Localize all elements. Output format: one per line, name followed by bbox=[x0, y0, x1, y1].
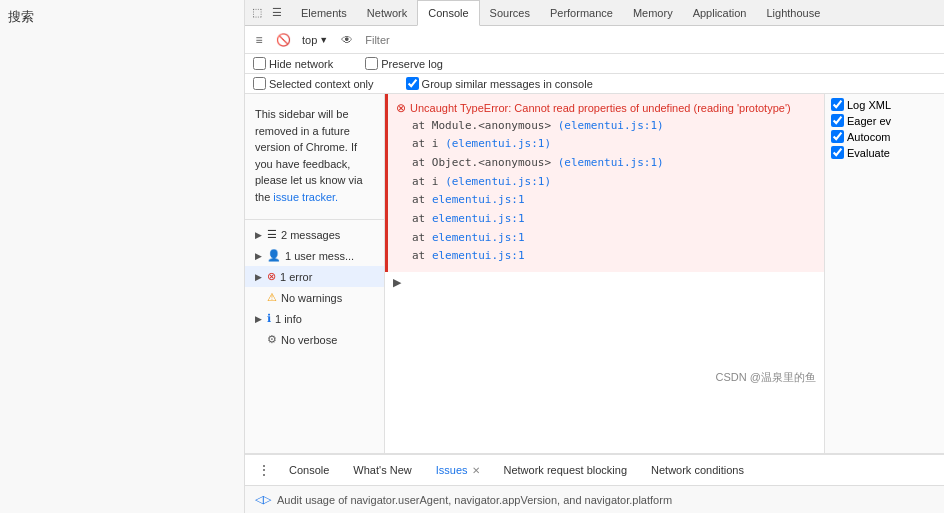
info-label: 1 info bbox=[275, 313, 302, 325]
sidebar-info-content: This sidebar will be removed in a future… bbox=[255, 108, 363, 203]
tab-elements[interactable]: Elements bbox=[291, 0, 357, 26]
evaluate-checkbox[interactable] bbox=[831, 146, 844, 159]
group-similar-checkbox[interactable] bbox=[406, 77, 419, 90]
autocom-label: Autocom bbox=[847, 131, 890, 143]
preserve-log-label: Preserve log bbox=[381, 58, 443, 70]
bottom-tab-issues[interactable]: Issues ✕ bbox=[426, 455, 490, 487]
hide-network-label: Hide network bbox=[269, 58, 333, 70]
sidebar-toggle-btn[interactable]: ≡ bbox=[249, 30, 269, 50]
autocom-checkbox[interactable] bbox=[831, 130, 844, 143]
stack-line-7: at elementui.js:1 bbox=[412, 229, 816, 248]
tab-memory[interactable]: Memory bbox=[623, 0, 683, 26]
evaluate-filter[interactable]: Evaluate bbox=[831, 146, 938, 159]
bottom-tab-network-blocking[interactable]: Network request blocking bbox=[494, 455, 638, 487]
sidebar-item-errors[interactable]: ▶ ⊗ 1 error bbox=[245, 266, 384, 287]
sidebar-item-warnings[interactable]: ▶ ⚠ No warnings bbox=[245, 287, 384, 308]
issues-tab-close[interactable]: ✕ bbox=[472, 465, 480, 476]
issue-tracker-link[interactable]: issue tracker. bbox=[273, 191, 338, 203]
info-icon-sidebar: ℹ bbox=[267, 312, 271, 325]
preserve-log-checkbox[interactable] bbox=[365, 57, 378, 70]
console-body: This sidebar will be removed in a future… bbox=[245, 94, 944, 453]
stack-link-8[interactable]: elementui.js:1 bbox=[432, 249, 525, 262]
tab-performance[interactable]: Performance bbox=[540, 0, 623, 26]
expand-errors-icon: ▶ bbox=[253, 272, 263, 282]
expand-info-icon: ▶ bbox=[253, 314, 263, 324]
filter-input[interactable] bbox=[361, 30, 940, 50]
device-icon[interactable]: ☰ bbox=[269, 5, 285, 21]
selected-context-label: Selected context only bbox=[269, 78, 374, 90]
hide-network-filter[interactable]: Hide network bbox=[253, 57, 333, 70]
tab-application[interactable]: Application bbox=[683, 0, 757, 26]
stack-link-3[interactable]: (elementui.js:1) bbox=[558, 156, 664, 169]
preserve-log-filter[interactable]: Preserve log bbox=[365, 57, 443, 70]
stack-link-6[interactable]: elementui.js:1 bbox=[432, 212, 525, 225]
stack-link-5[interactable]: elementui.js:1 bbox=[432, 193, 525, 206]
bottom-tab-console[interactable]: Console bbox=[279, 455, 339, 487]
filter-eye-btn[interactable]: 👁 bbox=[337, 30, 357, 50]
sidebar-item-user-messages[interactable]: ▶ 👤 1 user mess... bbox=[245, 245, 384, 266]
console-sidebar: This sidebar will be removed in a future… bbox=[245, 94, 385, 453]
stack-line-6: at elementui.js:1 bbox=[412, 210, 816, 229]
filter-rows: Hide network Preserve log Selected conte… bbox=[245, 54, 944, 94]
stack-line-1: at Module.<anonymous> (elementui.js:1) bbox=[412, 117, 816, 136]
stack-line-8: at elementui.js:1 bbox=[412, 247, 816, 266]
audit-text: Audit usage of navigator.userAgent, navi… bbox=[277, 494, 672, 506]
devtools-panel: ⬚ ☰ Elements Network Console Sources Per… bbox=[245, 0, 944, 513]
messages-list-icon: ☰ bbox=[267, 228, 277, 241]
expand-user-icon: ▶ bbox=[253, 251, 263, 261]
bottom-audit-bar: ◁▷ Audit usage of navigator.userAgent, n… bbox=[245, 485, 944, 513]
stack-link-7[interactable]: elementui.js:1 bbox=[432, 231, 525, 244]
log-xml-checkbox[interactable] bbox=[831, 98, 844, 111]
evaluate-label: Evaluate bbox=[847, 147, 890, 159]
top-tab-bar: ⬚ ☰ Elements Network Console Sources Per… bbox=[245, 0, 944, 26]
bottom-tab-bar: ⋮ Console What's New Issues ✕ Network re… bbox=[245, 453, 944, 485]
stack-link-2[interactable]: (elementui.js:1) bbox=[445, 137, 551, 150]
context-dropdown-icon: ▼ bbox=[319, 35, 328, 45]
verbose-icon-sidebar: ⚙ bbox=[267, 333, 277, 346]
console-expand-arrow[interactable]: ▶ bbox=[385, 272, 824, 293]
sidebar-item-info[interactable]: ▶ ℹ 1 info bbox=[245, 308, 384, 329]
sidebar-item-messages[interactable]: ▶ ☰ 2 messages bbox=[245, 224, 384, 245]
eager-ev-filter[interactable]: Eager ev bbox=[831, 114, 938, 127]
group-similar-filter[interactable]: Group similar messages in console bbox=[406, 77, 593, 90]
right-filters-panel: Log XML Eager ev Autocom Evaluate bbox=[824, 94, 944, 453]
error-block: ⊗ Uncaught TypeError: Cannot read proper… bbox=[385, 94, 824, 272]
error-message: Uncaught TypeError: Cannot read properti… bbox=[410, 100, 791, 117]
tab-network[interactable]: Network bbox=[357, 0, 417, 26]
hide-network-checkbox[interactable] bbox=[253, 57, 266, 70]
error-stack: at Module.<anonymous> (elementui.js:1) a… bbox=[412, 117, 816, 267]
context-selector[interactable]: top ▼ bbox=[297, 31, 333, 49]
selected-context-filter[interactable]: Selected context only bbox=[253, 77, 374, 90]
bottom-tab-more-icon[interactable]: ⋮ bbox=[253, 462, 275, 478]
tab-console[interactable]: Console bbox=[417, 0, 479, 26]
tab-sources[interactable]: Sources bbox=[480, 0, 540, 26]
stack-link-1[interactable]: (elementui.js:1) bbox=[558, 119, 664, 132]
sidebar-info-text: This sidebar will be removed in a future… bbox=[245, 100, 384, 215]
tab-bar-icons: ⬚ ☰ bbox=[249, 5, 285, 21]
error-circle-icon: ⊗ bbox=[396, 101, 406, 115]
selected-context-checkbox[interactable] bbox=[253, 77, 266, 90]
inspect-icon[interactable]: ⬚ bbox=[249, 5, 265, 21]
eager-ev-label: Eager ev bbox=[847, 115, 891, 127]
log-xml-filter[interactable]: Log XML bbox=[831, 98, 938, 111]
eager-ev-checkbox[interactable] bbox=[831, 114, 844, 127]
context-label: top bbox=[302, 34, 317, 46]
sidebar-item-verbose[interactable]: ▶ ⚙ No verbose bbox=[245, 329, 384, 350]
clear-console-btn[interactable]: 🚫 bbox=[273, 30, 293, 50]
log-xml-label: Log XML bbox=[847, 99, 891, 111]
messages-label: 2 messages bbox=[281, 229, 340, 241]
tab-lighthouse[interactable]: Lighthouse bbox=[756, 0, 830, 26]
stack-line-5: at elementui.js:1 bbox=[412, 191, 816, 210]
bottom-tab-whats-new[interactable]: What's New bbox=[343, 455, 421, 487]
bottom-tab-network-conditions[interactable]: Network conditions bbox=[641, 455, 754, 487]
stack-link-4[interactable]: (elementui.js:1) bbox=[445, 175, 551, 188]
search-label: 搜索 bbox=[8, 8, 236, 26]
console-main: ⊗ Uncaught TypeError: Cannot read proper… bbox=[385, 94, 824, 453]
error-icon-sidebar: ⊗ bbox=[267, 270, 276, 283]
expand-messages-icon: ▶ bbox=[253, 230, 263, 240]
left-panel: 搜索 bbox=[0, 0, 245, 513]
stack-line-4: at i (elementui.js:1) bbox=[412, 173, 816, 192]
stack-line-2: at i (elementui.js:1) bbox=[412, 135, 816, 154]
autocom-filter[interactable]: Autocom bbox=[831, 130, 938, 143]
group-similar-label: Group similar messages in console bbox=[422, 78, 593, 90]
